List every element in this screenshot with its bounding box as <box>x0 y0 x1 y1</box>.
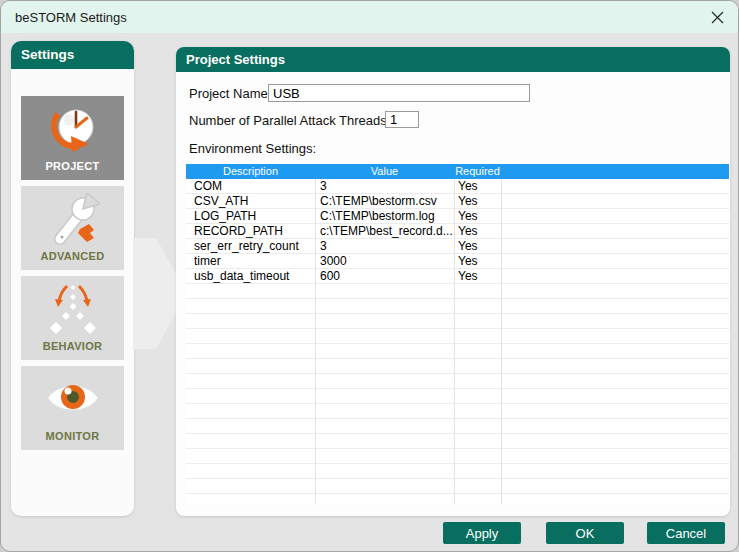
table-row[interactable]: CSV_ATH C:\TEMP\bestorm.csv Yes <box>186 194 729 209</box>
column-header-required[interactable]: Required <box>454 164 501 179</box>
cell-description: CSV_ATH <box>186 194 315 209</box>
cell-required: Yes <box>454 239 501 254</box>
table-row[interactable]: COM 3 Yes <box>186 179 729 194</box>
cancel-button[interactable]: Cancel <box>647 522 725 544</box>
sidebar-item-advanced[interactable]: ADVANCED <box>21 186 124 270</box>
sidebar-item-project[interactable]: PROJECT <box>21 96 124 180</box>
project-settings-header: Project Settings <box>176 47 730 72</box>
cell-description: RECORD_PATH <box>186 224 315 239</box>
env-settings-label: Environment Settings: <box>189 141 316 156</box>
cell-spacer <box>501 224 729 239</box>
ok-button[interactable]: OK <box>546 522 624 544</box>
sidebar-item-label: PROJECT <box>45 160 99 172</box>
threads-input[interactable] <box>385 111 419 128</box>
sidebar-item-behavior[interactable]: BEHAVIOR <box>21 276 124 360</box>
bestorm-settings-dialog: beSTORM Settings Settings PROJECT <box>0 0 739 552</box>
cell-description: COM <box>186 179 315 194</box>
cell-spacer <box>501 254 729 269</box>
cell-required: Yes <box>454 209 501 224</box>
cell-required: Yes <box>454 269 501 284</box>
cell-required: Yes <box>454 179 501 194</box>
settings-panel-header: Settings <box>11 41 134 69</box>
clock-arrow-icon <box>21 103 124 157</box>
column-header-description[interactable]: Description <box>186 164 315 179</box>
cell-description: ser_err_retry_count <box>186 239 315 254</box>
env-table-body: COM 3 Yes CSV_ATH C:\TEMP\bestorm.csv Ye… <box>186 179 729 504</box>
table-row[interactable]: usb_data_timeout 600 Yes <box>186 269 729 284</box>
eye-icon <box>21 373 124 423</box>
cell-spacer <box>501 194 729 209</box>
project-name-input[interactable] <box>268 84 530 102</box>
env-table: Description Value Required COM 3 Yes CSV… <box>186 164 729 504</box>
apply-button[interactable]: Apply <box>443 522 521 544</box>
cell-spacer <box>501 239 729 254</box>
wrench-icon <box>21 193 124 247</box>
sidebar-item-label: MONITOR <box>46 430 100 442</box>
sidebar-item-label: BEHAVIOR <box>43 340 103 352</box>
table-row[interactable]: ser_err_retry_count 3 Yes <box>186 239 729 254</box>
close-icon <box>711 11 724 24</box>
cell-spacer <box>501 209 729 224</box>
cell-required: Yes <box>454 254 501 269</box>
cell-description: timer <box>186 254 315 269</box>
table-row[interactable]: LOG_PATH C:\TEMP\bestorm.log Yes <box>186 209 729 224</box>
titlebar: beSTORM Settings <box>1 1 738 33</box>
cell-spacer <box>501 269 729 284</box>
close-button[interactable] <box>702 3 732 31</box>
cell-value: 3000 <box>315 254 454 269</box>
project-name-label: Project Name: <box>189 86 271 101</box>
cell-value: 600 <box>315 269 454 284</box>
cell-value: 3 <box>315 179 454 194</box>
cell-required: Yes <box>454 194 501 209</box>
cell-value: c:\TEMP\best_record.d... <box>315 224 454 239</box>
project-settings-panel: Project Settings Project Name: Number of… <box>176 47 730 516</box>
cell-required: Yes <box>454 224 501 239</box>
table-row[interactable]: RECORD_PATH c:\TEMP\best_record.d... Yes <box>186 224 729 239</box>
cell-value: C:\TEMP\bestorm.csv <box>315 194 454 209</box>
table-row[interactable]: timer 3000 Yes <box>186 254 729 269</box>
split-diamonds-icon <box>21 283 124 337</box>
column-header-spacer <box>501 164 729 179</box>
env-table-header: Description Value Required <box>186 164 729 179</box>
column-header-value[interactable]: Value <box>315 164 454 179</box>
cell-description: usb_data_timeout <box>186 269 315 284</box>
cell-value: C:\TEMP\bestorm.log <box>315 209 454 224</box>
sidebar-item-monitor[interactable]: MONITOR <box>21 366 124 450</box>
cell-spacer <box>501 179 729 194</box>
settings-panel: Settings PROJECT <box>11 41 134 516</box>
threads-label: Number of Parallel Attack Threads: <box>189 113 390 128</box>
cell-description: LOG_PATH <box>186 209 315 224</box>
cell-value: 3 <box>315 239 454 254</box>
sidebar-item-label: ADVANCED <box>41 250 105 262</box>
window-title: beSTORM Settings <box>1 10 127 25</box>
